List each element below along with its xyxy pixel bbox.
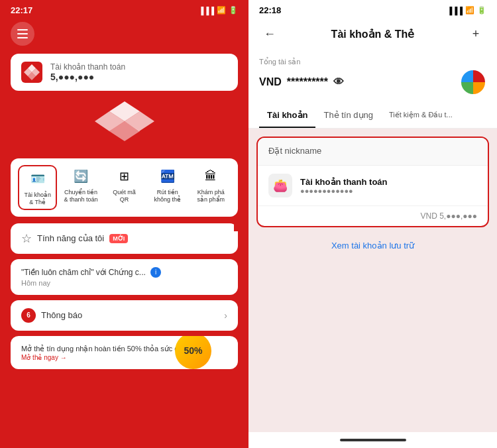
account-card-balance: 5,●●●,●●● (50, 72, 227, 82)
notif-badge: 6 (21, 308, 36, 323)
left-panel: 22:17 ▐▐▐ 📶 🔋 Tài khoản thanh toán 5,●●●… (0, 0, 248, 448)
list-account-num: ●●●●●●●●●●●● (300, 187, 477, 195)
wallet-icon: 👛 (273, 178, 288, 193)
navigation-arrow (234, 209, 248, 239)
right-status-icons: ▐▐▐ 📶 🔋 (447, 6, 486, 15)
account-card-info: Tài khoản thanh toán 5,●●●,●●● (50, 62, 227, 82)
right-signal-icon: ▐▐▐ (447, 7, 463, 15)
fifty-badge: 50% (175, 336, 211, 369)
nickname-label: Đặt nickname (268, 146, 477, 156)
arrow-container (234, 209, 248, 239)
battery-icon: 🔋 (229, 6, 238, 15)
pie-chart (460, 69, 486, 95)
nav-title: Tài khoản & Thẻ (331, 28, 415, 40)
fifty-text: 50% (184, 345, 202, 356)
account-list-card[interactable]: Đặt nickname 👛 Tài khoản thanh toán ●●●●… (256, 137, 489, 227)
back-icon: ← (264, 27, 276, 41)
promo-subtitle: Hôm nay (21, 279, 227, 287)
left-header (0, 18, 248, 50)
tai-khoan-icon: 🪪 (28, 169, 48, 189)
action-kham-pha[interactable]: 🏛 Khám phásản phẩm (193, 166, 229, 209)
tab-tiet-kiem-label: Tiết kiệm & Đầu t... (389, 111, 453, 119)
hamburger-line-2 (17, 33, 28, 34)
account-list-header: Đặt nickname (258, 138, 488, 166)
right-panel: 22:18 ▐▐▐ 📶 🔋 ← Tài khoản & Thẻ + Tổng t… (248, 0, 497, 448)
hamburger-button[interactable] (11, 22, 34, 46)
list-account-name: Tài khoản thanh toán (300, 177, 477, 187)
vpb-logo (21, 62, 42, 83)
wifi-icon: 📶 (217, 6, 226, 15)
star-icon: ☆ (21, 231, 32, 246)
credit-card-banner[interactable]: Mở thẻ tín dụng nhận hoàn tiền 50% thỏa … (11, 336, 238, 369)
left-status-icons: ▐▐▐ 📶 🔋 (199, 6, 238, 15)
balance-value: VND ********** 👁 (259, 76, 344, 88)
action-chuyen-tien[interactable]: 🔄 Chuyển tiền& thanh toán (63, 166, 99, 209)
home-indicator (340, 439, 406, 441)
signal-icon: ▐▐▐ (199, 7, 214, 15)
kham-pha-label: Khám phásản phẩm (197, 189, 225, 203)
left-time: 22:17 (11, 5, 32, 15)
wallet-icon-box: 👛 (268, 174, 292, 197)
promo-card[interactable]: "Tiền luôn chăm chỉ" với Chứng c... i Hô… (11, 259, 238, 295)
tai-khoan-label: Tài khoản& Thẻ (24, 192, 51, 206)
new-badge: MỚI (109, 234, 128, 243)
chuyen-tien-label: Chuyển tiền& thanh toán (64, 189, 98, 203)
tab-tai-khoan[interactable]: Tài khoản (259, 103, 315, 128)
kham-pha-icon: 🏛 (201, 166, 221, 186)
info-icon: i (150, 267, 161, 278)
rut-tien-icon: 🏧 (158, 166, 178, 186)
tabs-row: Tài khoản Thẻ tín dụng Tiết kiệm & Đầu t… (248, 103, 497, 129)
balance-footer-value: 5,●●●,●●● (439, 211, 477, 221)
eye-icon[interactable]: 👁 (333, 76, 344, 88)
tab-tiet-kiem[interactable]: Tiết kiệm & Đầu t... (381, 104, 461, 127)
tab-tai-khoan-label: Tài khoản (267, 110, 307, 120)
right-battery-icon: 🔋 (477, 6, 486, 15)
notification-row[interactable]: 6 Thông báo › (11, 300, 238, 331)
right-wifi-icon: 📶 (465, 6, 474, 15)
right-nav: ← Tài khoản & Thẻ + (248, 18, 497, 50)
right-time: 22:18 (259, 5, 281, 15)
account-card-label: Tài khoản thanh toán (50, 62, 227, 72)
right-status-bar: 22:18 ▐▐▐ 📶 🔋 (248, 0, 497, 18)
hamburger-line-1 (17, 29, 28, 30)
feature-row[interactable]: ☆ Tính năng của tôi MỚI (11, 223, 238, 254)
account-list-item[interactable]: 👛 Tài khoản thanh toán ●●●●●●●●●●●● (258, 166, 488, 205)
add-button[interactable]: + (465, 23, 486, 44)
balance-currency: VND (259, 76, 282, 88)
notif-label: Thông báo (41, 310, 219, 320)
account-card[interactable]: Tài khoản thanh toán 5,●●●,●●● (11, 54, 238, 91)
back-button[interactable]: ← (259, 23, 280, 44)
logo-area (0, 95, 248, 154)
balance-row: VND ********** 👁 (259, 69, 486, 95)
balance-label: Tổng tài sản (259, 58, 486, 66)
balance-section: Tổng tài sản VND ********** 👁 (248, 50, 497, 103)
vpb-diamond-svg (24, 64, 40, 80)
balance-masked: ********** (287, 76, 328, 88)
action-rut-tien[interactable]: 🏧 Rút tiềnkhông thẻ (149, 166, 186, 209)
list-account-info: Tài khoản thanh toán ●●●●●●●●●●●● (300, 177, 477, 195)
balance-footer: VND 5,●●●,●●● (258, 205, 488, 226)
add-icon: + (472, 27, 480, 41)
promo-title-text: "Tiền luôn chăm chỉ" với Chứng c... (21, 267, 146, 276)
promo-title: "Tiền luôn chăm chỉ" với Chứng c... i (21, 267, 227, 278)
tab-the-tin-dung[interactable]: Thẻ tín dụng (315, 103, 381, 128)
hamburger-line-3 (17, 37, 28, 38)
main-logo-svg (95, 101, 154, 151)
rut-tien-label: Rút tiềnkhông thẻ (154, 189, 182, 203)
chevron-right-icon: › (224, 310, 227, 321)
tab-the-tin-dung-label: Thẻ tín dụng (323, 110, 373, 120)
action-tai-khoan[interactable]: 🪪 Tài khoản& Thẻ (19, 166, 56, 209)
left-status-bar: 22:17 ▐▐▐ 📶 🔋 (0, 0, 248, 18)
feature-label: Tính năng của tôi (37, 233, 104, 243)
right-bottom-indicator (248, 432, 497, 448)
quick-actions: 🪪 Tài khoản& Thẻ 🔄 Chuyển tiền& thanh to… (11, 158, 238, 217)
balance-footer-label: VND (420, 211, 437, 221)
right-content: Đặt nickname 👛 Tài khoản thanh toán ●●●●… (248, 129, 497, 432)
archive-link[interactable]: Xem tài khoản lưu trữ (256, 233, 489, 258)
quet-ma-icon: ⊞ (114, 166, 134, 186)
chuyen-tien-icon: 🔄 (71, 166, 91, 186)
quet-ma-label: Quét mãQR (113, 189, 136, 203)
action-quet-ma[interactable]: ⊞ Quét mãQR (106, 166, 142, 209)
